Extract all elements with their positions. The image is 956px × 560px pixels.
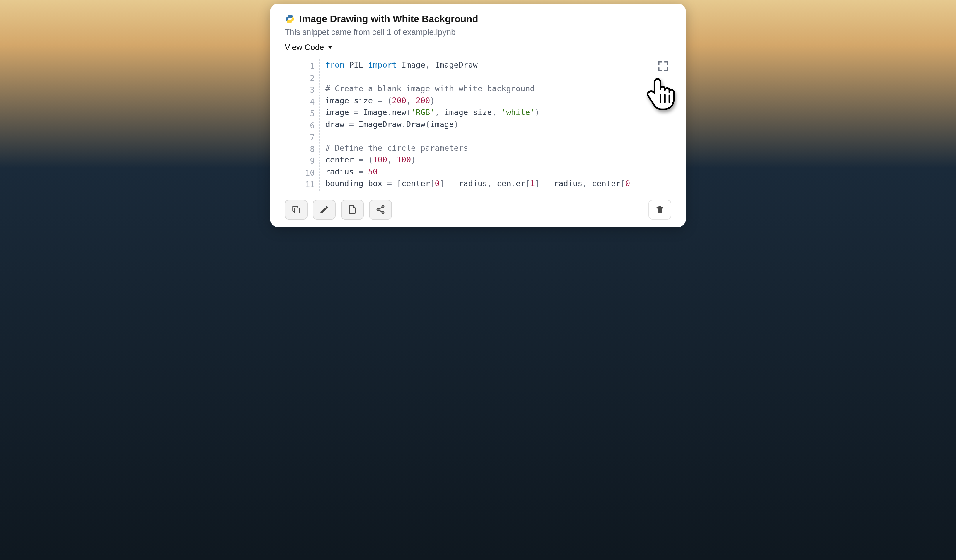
view-code-toggle[interactable]: View Code ▼ [285,43,671,52]
delete-button[interactable] [648,200,671,220]
share-icon [376,205,385,215]
share-button[interactable] [369,200,392,220]
line-gutter: 1 2 3 4 5 6 7 8 9 10 11 [305,59,319,191]
chevron-down-icon: ▼ [327,44,333,51]
copy-icon [291,205,301,215]
copy-button[interactable] [285,200,308,220]
svg-point-5 [377,209,379,210]
snippet-title: Image Drawing with White Background [299,14,478,25]
snippet-subtitle: This snippet came from cell 1 of example… [285,28,671,37]
trash-icon [655,205,665,215]
code-container: 1 2 3 4 5 6 7 8 9 10 11 from PIL import … [305,59,671,191]
file-button[interactable] [341,200,364,220]
snippet-card: Image Drawing with White Background This… [270,3,686,227]
file-icon [347,205,357,215]
code-text: from PIL import Image, ImageDraw # Creat… [319,59,671,191]
svg-point-4 [382,205,384,207]
toolbar [285,200,671,220]
python-icon [285,14,295,24]
pencil-icon [319,205,329,215]
edit-button[interactable] [313,200,336,220]
svg-rect-3 [294,208,299,213]
code-block[interactable]: 1 2 3 4 5 6 7 8 9 10 11 from PIL import … [305,59,671,191]
header: Image Drawing with White Background [285,14,671,25]
svg-point-6 [382,211,384,213]
view-code-label: View Code [285,43,324,52]
